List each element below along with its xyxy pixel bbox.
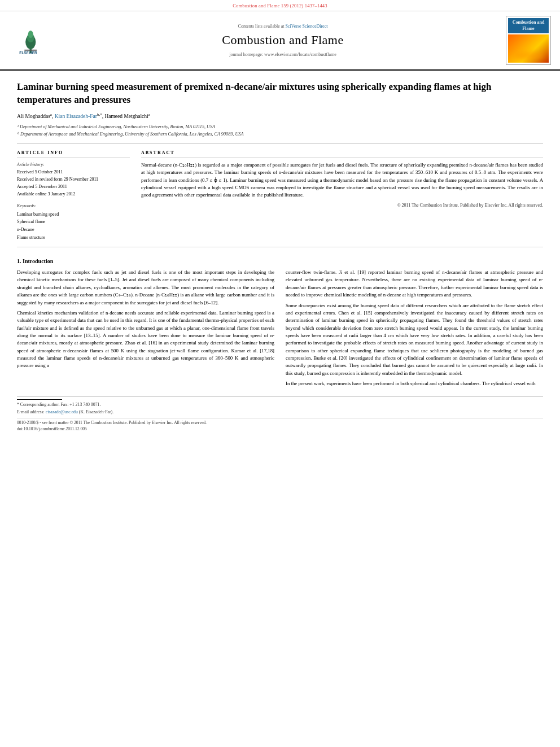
email-link[interactable]: eisazade@usc.edu [46,409,78,414]
thumb-journal-title: Combustion and Flame [508,18,549,33]
affil-b: ᵇ Department of Aerospace and Mechanical… [17,131,543,138]
svg-text:ELSEVIER: ELSEVIER [19,51,37,55]
contents-line: Contents lists available at SciVerse Sci… [65,23,500,29]
email-person: (K. Eisazadeh-Far). [79,409,113,414]
journal-reference: Combustion and Flame 159 (2012) 1437–144… [233,3,327,8]
doi-text: doi:10.1016/j.combustflame.2011.12.005 [17,426,87,431]
keywords-list: Laminar burning speed Spherical flame n-… [17,211,130,241]
elsevier-tree-icon: ELSEVIER [19,27,50,55]
history-label: Article history: [17,161,130,168]
intro-p1: Developing surrogates for complex fuels … [17,269,274,307]
body-col-left: Developing surrogates for complex fuels … [17,269,274,390]
keywords-label: Keywords: [17,203,130,209]
intro-heading: 1. Introduction [17,257,543,265]
body-col-right: counter-flow twin-flame. Ji et al. [19] … [286,269,543,390]
email-label: E-mail address: [17,409,46,414]
elsevier-logo: ELSEVIER [9,27,60,55]
intro-p2: Chemical kinetics mechanism validation o… [17,309,274,370]
article-info-abstract: ARTICLE INFO Article history: Received 5… [17,144,543,247]
paper-title-section: Laminar burning speed measurement of pre… [17,71,543,144]
issn-text: 0010-2180/$ - see front matter © 2011 Th… [17,420,207,425]
thumb-image [508,34,549,63]
journal-header: ELSEVIER Contents lists available at Sci… [0,11,560,71]
body-two-col: Developing surrogates for complex fuels … [17,269,543,390]
keywords-section: Keywords: Laminar burning speed Spherica… [17,203,130,242]
abstract-section: ABSTRACT Normal-decane (n-C₁₀H₂₂) is reg… [141,150,543,241]
date-revised: Received in revised form 29 November 201… [17,176,130,184]
page-footer: * Corresponding author. Fax: +1 213 740 … [17,396,543,435]
abstract-text: Normal-decane (n-C₁₀H₂₂) is regarded as … [141,161,543,199]
issn-line: 0010-2180/$ - see front matter © 2011 Th… [17,418,543,432]
svg-point-3 [28,30,33,38]
journal-thumbnail: Combustion and Flame [506,16,551,65]
journal-title-block: Contents lists available at SciVerse Sci… [65,23,500,58]
author-hameed: Hameed Metghalchia [104,113,150,119]
keyword-1: Laminar burning speed [17,211,130,219]
keyword-4: Flame structure [17,234,130,242]
article-info-title: ARTICLE INFO [17,150,130,158]
journal-homepage: journal homepage: www.elsevier.com/locat… [65,51,500,58]
date-accepted: Accepted 5 December 2011 [17,184,130,191]
main-content: Laminar burning speed measurement of pre… [0,71,560,434]
corresponding-author: * Corresponding author. Fax: +1 213 740 … [17,402,543,408]
info-dates: Received 5 October 2011 Received in revi… [17,169,130,198]
email-line: E-mail address: eisazade@usc.edu (K. Eis… [17,409,543,416]
intro-p5: In the present work, experiments have be… [286,380,543,387]
body-section: 1. Introduction Developing surrogates fo… [17,247,543,390]
abstract-copyright: © 2011 The Combustion Institute. Publish… [141,202,543,208]
authors: Ali Moghaddasa, Kian Eisazadeh-Farb,*, H… [17,112,543,120]
author-kian[interactable]: Kian Eisazadeh-Far [55,113,97,119]
sciverse-link[interactable]: SciVerse ScienceDirect [286,24,328,29]
affiliations: ᵃ Department of Mechanical and Industria… [17,124,543,138]
footnote-separator [17,399,62,400]
author-ali: Ali Moghaddasa, [17,113,55,119]
intro-p4: Some discrepancies exist among the burni… [286,302,543,378]
journal-main-title: Combustion and Flame [65,32,500,49]
top-bar: Combustion and Flame 159 (2012) 1437–144… [0,0,560,11]
intro-p3: counter-flow twin-flame. Ji et al. [19] … [286,269,543,299]
keyword-3: n-Decane [17,226,130,234]
affil-a: ᵃ Department of Mechanical and Industria… [17,124,543,130]
date-received: Received 5 October 2011 [17,169,130,176]
paper-title: Laminar burning speed measurement of pre… [17,81,543,107]
article-info: ARTICLE INFO Article history: Received 5… [17,150,130,241]
date-online: Available online 3 January 2012 [17,191,130,198]
abstract-title: ABSTRACT [141,150,543,158]
keyword-2: Spherical flame [17,218,130,226]
